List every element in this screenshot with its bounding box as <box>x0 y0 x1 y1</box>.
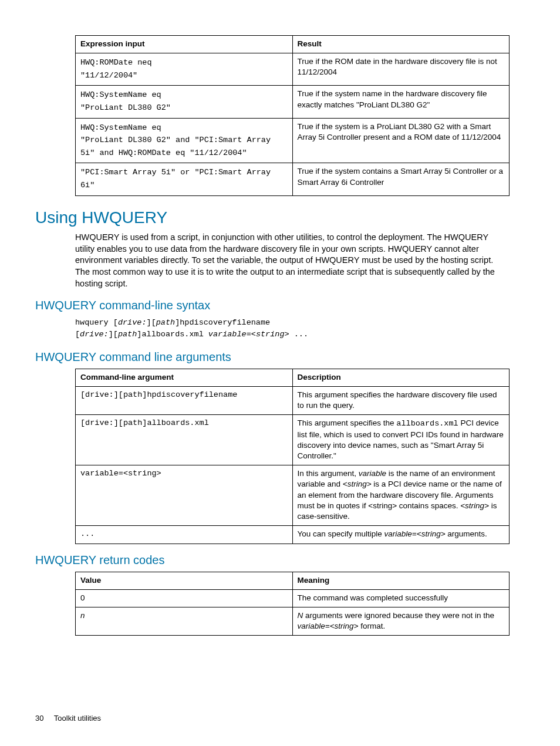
expr-input-cell: "PCI:Smart Array 5i" or "PCI:Smart Array… <box>76 163 293 195</box>
h1-using-hwquery: Using HWQUERY <box>35 207 513 229</box>
desc-cell: This argument specifies the allboards.xm… <box>292 415 510 465</box>
meaning-cell: The command was completed successfully <box>292 589 510 607</box>
expr-result-cell: True if the system is a ProLiant DL380 G… <box>292 118 510 163</box>
table-row: ...You can specify multiple variable=<st… <box>76 526 510 544</box>
expr-result-cell: True if the ROM date in the hardware dis… <box>292 53 510 86</box>
arg-cell: [drive:][path]hpdiscoveryfilename <box>76 386 293 414</box>
th-arg: Command-line argument <box>76 369 293 386</box>
value-cell: n <box>76 607 293 635</box>
table-row: 0The command was completed successfully <box>76 589 510 607</box>
th-value: Value <box>76 572 293 589</box>
h2-syntax: HWQUERY command-line syntax <box>35 298 513 313</box>
table-row: variable=<string>In this argument, varia… <box>76 465 510 526</box>
value-cell: 0 <box>76 589 293 607</box>
expr-input-cell: HWQ:SystemName eq"ProLiant DL380 G2" <box>76 86 293 118</box>
desc-cell: This argument specifies the hardware dis… <box>292 386 510 414</box>
syntax-block: hwquery [drive:][path]hpdiscoveryfilenam… <box>75 317 510 341</box>
expr-result-cell: True if the system contains a Smart Arra… <box>292 163 510 195</box>
arg-cell: variable=<string> <box>76 465 293 526</box>
table-row: [drive:][path]hpdiscoveryfilenameThis ar… <box>76 386 510 414</box>
table-row: [drive:][path]allboards.xmlThis argument… <box>76 415 510 465</box>
expr-result-cell: True if the system name in the hardware … <box>292 86 510 118</box>
desc-cell: In this argument, variable is the name o… <box>292 465 510 526</box>
th-expr-input: Expression input <box>76 36 293 53</box>
th-desc: Description <box>292 369 510 386</box>
arg-cell: [drive:][path]allboards.xml <box>76 415 293 465</box>
th-meaning: Meaning <box>292 572 510 589</box>
meaning-cell: N arguments were ignored because they we… <box>292 607 510 635</box>
table-row: "PCI:Smart Array 5i" or "PCI:Smart Array… <box>76 163 510 195</box>
expr-input-cell: HWQ:SystemName eq"ProLiant DL380 G2" and… <box>76 118 293 163</box>
intro-paragraph: HWQUERY is used from a script, in conjun… <box>75 232 510 289</box>
expr-input-cell: HWQ:ROMDate neq"11/12/2004" <box>76 53 293 86</box>
h2-ret: HWQUERY return codes <box>35 552 513 568</box>
arg-cell: ... <box>76 526 293 544</box>
expression-table: Expression input Result HWQ:ROMDate neq"… <box>75 35 510 196</box>
table-row: HWQ:ROMDate neq"11/12/2004"True if the R… <box>76 53 510 86</box>
desc-cell: You can specify multiple variable=<strin… <box>292 526 510 544</box>
args-table: Command-line argument Description [drive… <box>75 369 510 544</box>
table-row: HWQ:SystemName eq"ProLiant DL380 G2" and… <box>76 118 510 163</box>
th-expr-result: Result <box>292 36 510 53</box>
table-row: nN arguments were ignored because they w… <box>76 607 510 635</box>
h2-args: HWQUERY command line arguments <box>35 349 513 365</box>
table-row: HWQ:SystemName eq"ProLiant DL380 G2"True… <box>76 86 510 118</box>
return-codes-table: Value Meaning 0The command was completed… <box>75 572 510 636</box>
